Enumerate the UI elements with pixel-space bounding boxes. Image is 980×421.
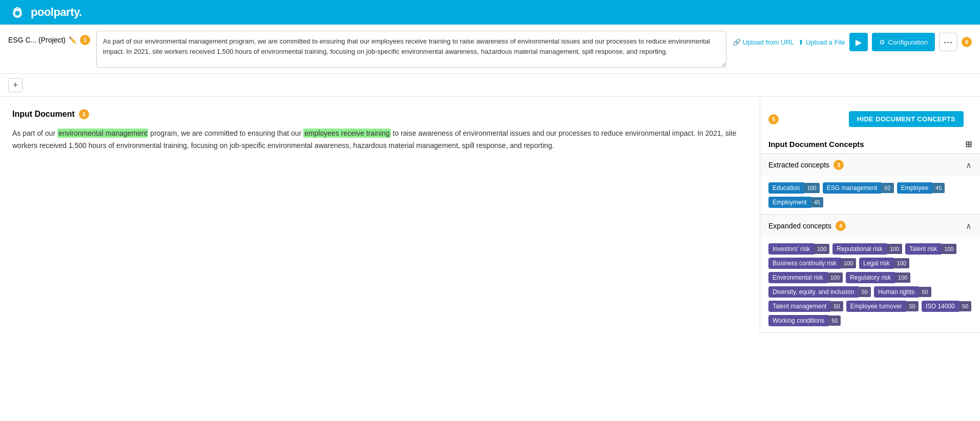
tag-label: ISO 14000 — [922, 301, 959, 312]
text-area-wrapper: As part of our environmental management … — [96, 31, 726, 69]
extracted-concepts-header[interactable]: Extracted concepts 3 ∧ — [760, 154, 980, 176]
extracted-tag[interactable]: Employment45 — [768, 197, 823, 208]
svg-point-1 — [15, 11, 20, 15]
tag-count: 100 — [814, 244, 829, 254]
extracted-tag[interactable]: Employee45 — [897, 182, 945, 194]
upload-icon: ⬆ — [798, 38, 804, 46]
badge-5: 5 — [768, 114, 779, 124]
document-text: As part of our environmental management … — [12, 128, 747, 152]
expanded-tag[interactable]: Human rights50 — [874, 286, 931, 298]
tag-count: 62 — [881, 183, 893, 193]
add-row-button[interactable]: + — [8, 78, 23, 92]
tag-label: Talent risk — [905, 243, 941, 255]
tag-count: 100 — [841, 258, 856, 268]
logo-area: poolparty. — [8, 3, 82, 22]
extracted-tag[interactable]: ESG management62 — [823, 182, 894, 194]
main-textarea[interactable]: As part of our environmental management … — [96, 31, 726, 68]
tag-label: Employee turnover — [846, 301, 906, 312]
expanded-tag[interactable]: ISO 1400050 — [922, 301, 972, 312]
expanded-concepts-body: Investors' risk100Reputational risk100Ta… — [760, 237, 980, 332]
highlight-employees-receive-training: employees receive training — [303, 129, 391, 138]
expanded-tag[interactable]: Investors' risk100 — [768, 243, 829, 255]
tag-label: Reputational risk — [832, 243, 886, 255]
extracted-chevron-icon: ∧ — [966, 160, 972, 170]
upload-file-link[interactable]: ⬆ Upload a File — [798, 38, 845, 46]
link-icon: 🔗 — [733, 38, 741, 46]
upload-url-link[interactable]: 🔗 Upload from URL — [733, 38, 794, 46]
tag-count: 100 — [941, 244, 956, 254]
tag-count: 50 — [906, 301, 918, 311]
tag-label: Working conditions — [768, 315, 828, 326]
expanded-tag[interactable]: Business continuity risk100 — [768, 258, 856, 269]
expanded-concepts-label: Expanded concepts — [768, 222, 831, 230]
top-bar: ESG C... (Project) ✏️ 1 As part of our e… — [0, 25, 980, 74]
submit-arrow-button[interactable]: ▶ — [849, 33, 868, 51]
tag-label: Education — [768, 182, 804, 194]
expanded-tag[interactable]: Environmental risk100 — [768, 272, 843, 283]
expanded-tag[interactable]: Talent management50 — [768, 301, 843, 312]
tag-label: Talent management — [768, 301, 830, 312]
tag-label: ESG management — [823, 182, 882, 194]
text-before-1: As part of our — [12, 129, 57, 137]
expanded-concepts-section: Expanded concepts 4 ∧ Investors' risk100… — [760, 215, 980, 333]
expanded-tag[interactable]: Legal risk100 — [859, 258, 909, 269]
tag-count: 45 — [811, 197, 823, 207]
tag-count: 100 — [887, 244, 902, 254]
expanded-concepts-header[interactable]: Expanded concepts 4 ∧ — [760, 215, 980, 237]
tag-count: 100 — [895, 272, 910, 283]
project-label-text: ESG C... (Project) — [8, 36, 66, 44]
tag-count: 50 — [830, 301, 843, 311]
logo-icon — [8, 3, 27, 22]
tag-label: Environmental risk — [768, 272, 827, 283]
content-area: Input Document 2 As part of our environm… — [0, 97, 980, 333]
tag-count: 100 — [804, 183, 819, 193]
tag-count: 50 — [919, 287, 931, 297]
hide-document-concepts-button[interactable]: HIDE DOCUMENT CONCEPTS — [849, 111, 964, 127]
right-panel: 5 HIDE DOCUMENT CONCEPTS Input Document … — [760, 97, 980, 333]
extracted-concepts-body: Education100ESG management62Employee45Em… — [760, 176, 980, 214]
highlight-environmental-management: environmental management — [57, 129, 149, 138]
extracted-concepts-section: Extracted concepts 3 ∧ Education100ESG m… — [760, 154, 980, 215]
expanded-tag[interactable]: Working conditions50 — [768, 315, 841, 326]
badge-3: 3 — [833, 160, 844, 170]
tag-count: 100 — [893, 258, 909, 268]
more-options-button[interactable]: ··· — [939, 33, 957, 51]
gear-icon: ⚙ — [879, 38, 885, 46]
extracted-concepts-label: Extracted concepts — [768, 161, 829, 169]
tag-label: Employment — [768, 197, 811, 208]
configuration-button[interactable]: ⚙ Configuration — [872, 33, 935, 51]
project-label: ESG C... (Project) ✏️ 1 — [8, 31, 90, 45]
tag-label: Human rights — [874, 286, 919, 298]
tag-label: Diversity, equity, and inclusion — [768, 286, 859, 298]
text-between: program, we are committed to ensuring th… — [148, 129, 303, 137]
expanded-tag[interactable]: Reputational risk100 — [832, 243, 902, 255]
add-row: + — [0, 74, 980, 97]
input-document-concepts-title: Input Document Concepts — [768, 140, 864, 149]
extracted-tag[interactable]: Education100 — [768, 182, 820, 194]
tag-count: 100 — [827, 272, 843, 283]
badge-1: 1 — [80, 35, 90, 45]
table-view-icon[interactable]: ⊞ — [965, 139, 972, 149]
expanded-tag[interactable]: Employee turnover50 — [846, 301, 919, 312]
badge-6: 6 — [962, 37, 972, 47]
right-panel-top: 5 HIDE DOCUMENT CONCEPTS — [760, 97, 980, 135]
badge-4: 4 — [836, 221, 846, 231]
right-actions: 🔗 Upload from URL ⬆ Upload a File ▶ ⚙ Co… — [733, 31, 972, 51]
right-panel-header: Input Document Concepts ⊞ — [760, 135, 980, 154]
tag-label: Business continuity risk — [768, 258, 841, 269]
edit-icon[interactable]: ✏️ — [69, 36, 77, 44]
left-panel: Input Document 2 As part of our environm… — [0, 97, 760, 333]
tag-count: 50 — [828, 315, 841, 326]
tag-label: Investors' risk — [768, 243, 814, 255]
logo-text: poolparty. — [31, 6, 82, 19]
main-container: ESG C... (Project) ✏️ 1 As part of our e… — [0, 25, 980, 421]
expanded-tag[interactable]: Diversity, equity, and inclusion50 — [768, 286, 871, 298]
header: poolparty. — [0, 0, 980, 25]
expanded-chevron-icon: ∧ — [966, 221, 972, 231]
expanded-tag[interactable]: Regulatory risk100 — [846, 272, 910, 283]
input-document-title: Input Document 2 — [12, 109, 747, 119]
tag-count: 45 — [932, 183, 945, 193]
tag-label: Regulatory risk — [846, 272, 895, 283]
tag-label: Employee — [897, 182, 932, 194]
expanded-tag[interactable]: Talent risk100 — [905, 243, 956, 255]
